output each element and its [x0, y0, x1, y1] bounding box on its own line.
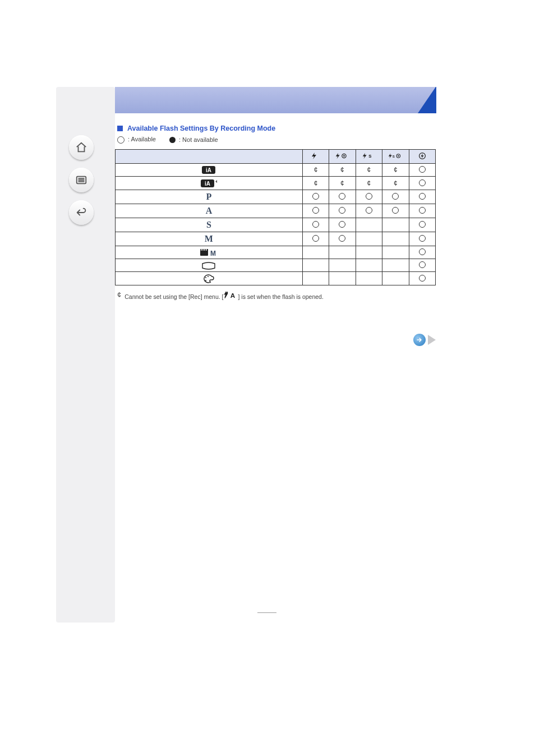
mode-cell: P — [116, 190, 303, 204]
svg-rect-18 — [206, 249, 207, 250]
value-cell — [409, 232, 435, 246]
value-cell — [382, 246, 409, 259]
footnote: ¢ Cannot be set using the [Rec] menu. [A… — [117, 291, 436, 300]
value-cell — [382, 218, 409, 232]
mode-cell: iA — [116, 163, 303, 177]
svg-text:S: S — [368, 154, 371, 159]
value-cell — [329, 246, 356, 259]
title-bar — [115, 87, 436, 113]
value-cell: ¢ — [329, 163, 356, 177]
col-slow-sync-redeye-icon: S — [382, 149, 409, 163]
value-cell: ¢ — [382, 163, 409, 177]
back-button[interactable] — [69, 200, 94, 225]
value-cell — [356, 259, 382, 272]
value-cell — [382, 232, 409, 246]
value-cell — [409, 177, 435, 190]
mode-row: M — [116, 232, 436, 246]
col-auto-redeye-icon — [329, 149, 356, 163]
home-button[interactable] — [69, 135, 94, 160]
svg-rect-13 — [200, 250, 208, 256]
value-cell — [329, 259, 356, 272]
mode-row: A — [116, 204, 436, 218]
svg-point-22 — [205, 280, 206, 281]
value-cell — [409, 272, 435, 285]
value-cell — [302, 190, 329, 204]
value-cell: ¢ — [356, 177, 382, 190]
legend-available: : Available — [117, 136, 156, 144]
value-cell — [356, 246, 382, 259]
main-content: Available Flash Settings By Recording Mo… — [115, 87, 436, 300]
section-heading: Available Flash Settings By Recording Mo… — [117, 125, 436, 132]
value-cell: ¢ — [302, 177, 329, 190]
value-cell — [329, 232, 356, 246]
svg-text:S: S — [393, 154, 395, 158]
value-cell — [382, 190, 409, 204]
svg-rect-15 — [201, 249, 202, 250]
value-cell: ¢ — [329, 177, 356, 190]
mode-row: M — [116, 246, 436, 259]
value-cell — [356, 204, 382, 218]
svg-text:+: + — [215, 179, 217, 185]
menu-button[interactable] — [69, 168, 94, 192]
next-page-triangle[interactable] — [428, 335, 436, 345]
value-cell: ¢ — [302, 163, 329, 177]
value-cell — [356, 218, 382, 232]
svg-rect-16 — [202, 249, 204, 250]
svg-text:iA: iA — [206, 167, 211, 173]
legend-not-available: : Not available — [169, 136, 218, 144]
value-cell — [302, 259, 329, 272]
mode-row: S — [116, 218, 436, 232]
heading-text: Available Flash Settings By Recording Mo… — [127, 125, 275, 132]
value-cell — [356, 272, 382, 285]
value-cell: ¢ — [382, 177, 409, 190]
value-cell — [382, 272, 409, 285]
value-cell — [302, 272, 329, 285]
value-cell — [409, 204, 435, 218]
col-flash-off-icon — [409, 149, 435, 163]
svg-text:A: A — [230, 292, 235, 299]
mode-cell: A — [116, 204, 303, 218]
value-cell — [409, 246, 435, 259]
flash-settings-table: S S iA¢¢¢¢iA+¢¢¢¢PASMM — [115, 149, 436, 285]
value-cell — [302, 204, 329, 218]
value-cell — [356, 232, 382, 246]
value-cell — [302, 246, 329, 259]
mode-cell: M — [116, 232, 303, 246]
mode-cell: iA+ — [116, 177, 303, 190]
nav-icon-group — [69, 135, 94, 225]
svg-point-6 — [398, 155, 399, 156]
value-cell — [356, 190, 382, 204]
next-page-button[interactable] — [413, 334, 426, 346]
value-cell — [409, 190, 435, 204]
col-slow-sync-icon: S — [356, 149, 382, 163]
value-cell — [329, 190, 356, 204]
value-cell — [329, 272, 356, 285]
sidebar — [56, 87, 115, 623]
value-cell — [382, 204, 409, 218]
svg-point-20 — [205, 277, 206, 278]
mode-row — [116, 259, 436, 272]
heading-bullet — [117, 126, 123, 131]
value-cell — [409, 259, 435, 272]
value-cell — [382, 259, 409, 272]
mode-cell — [116, 272, 303, 285]
value-cell — [409, 163, 435, 177]
footnote-mark: ¢ — [117, 291, 121, 299]
value-cell — [409, 218, 435, 232]
mode-row: iA+¢¢¢¢ — [116, 177, 436, 190]
col-forced-flash-icon — [302, 149, 329, 163]
mode-row: iA¢¢¢¢ — [116, 163, 436, 177]
page-footer-mark — [257, 612, 276, 613]
value-cell: ¢ — [356, 163, 382, 177]
mode-cell: S — [116, 218, 303, 232]
svg-point-21 — [207, 276, 209, 277]
mode-row: P — [116, 190, 436, 204]
legend: : Available : Not available — [117, 136, 436, 144]
iflash-a-icon: A — [224, 291, 238, 299]
value-cell — [302, 232, 329, 246]
footnote-text: Cannot be set using the [Rec] menu. [A] … — [124, 291, 324, 300]
mode-row — [116, 272, 436, 285]
pager — [413, 334, 436, 346]
value-cell — [329, 204, 356, 218]
mode-cell: M — [116, 246, 303, 259]
